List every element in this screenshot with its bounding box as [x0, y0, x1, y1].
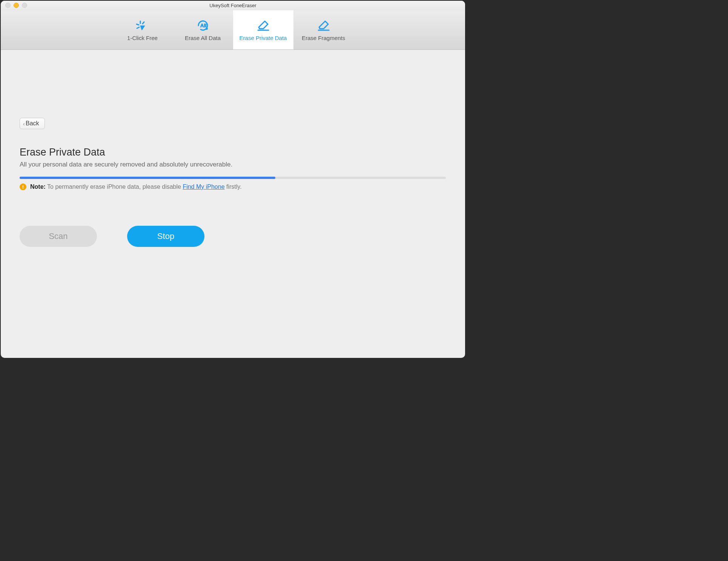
- warning-icon: !: [20, 183, 26, 190]
- app-window: UkeySoft FoneEraser 1-Click Free All: [1, 1, 465, 358]
- note-body-after: firstly.: [225, 183, 242, 190]
- window-title: UkeySoft FoneEraser: [1, 3, 465, 8]
- maximize-window-button[interactable]: [22, 3, 27, 8]
- note-prefix: Note:: [30, 183, 46, 190]
- toolbar: 1-Click Free All Erase All Data Erase Pr…: [1, 10, 465, 50]
- click-icon: [134, 19, 151, 32]
- tab-erase-private-data[interactable]: Erase Private Data: [233, 10, 293, 49]
- window-controls: [1, 3, 27, 8]
- close-window-button[interactable]: [5, 3, 11, 8]
- svg-line-2: [143, 22, 144, 24]
- tab-label: 1-Click Free: [127, 35, 158, 41]
- page-subtitle: All your personal data are securely remo…: [20, 161, 232, 168]
- progress-fill: [20, 177, 275, 179]
- svg-line-1: [137, 24, 139, 25]
- tab-erase-all-data[interactable]: All Erase All Data: [173, 10, 233, 49]
- note-body-before: To permanently erase iPhone data, please…: [46, 183, 183, 190]
- back-button[interactable]: ‹ Back: [20, 118, 45, 129]
- stop-button[interactable]: Stop: [127, 226, 204, 247]
- tab-label: Erase All Data: [185, 35, 221, 41]
- progress-bar: [20, 177, 446, 179]
- eraser-private-icon: [255, 19, 272, 32]
- find-my-iphone-link[interactable]: Find My iPhone: [183, 183, 224, 190]
- back-label: Back: [26, 120, 39, 127]
- minimize-window-button[interactable]: [14, 3, 19, 8]
- eraser-fragments-icon: [315, 19, 332, 32]
- svg-point-5: [206, 28, 207, 29]
- svg-text:All: All: [200, 23, 207, 28]
- svg-line-3: [137, 27, 139, 28]
- note-text: Note: To permanently erase iPhone data, …: [30, 183, 242, 190]
- erase-all-icon: All: [195, 19, 211, 32]
- button-row: Scan Stop: [20, 226, 204, 247]
- note-row: ! Note: To permanently erase iPhone data…: [20, 183, 242, 190]
- chevron-left-icon: ‹: [23, 120, 25, 127]
- tab-label: Erase Fragments: [302, 35, 345, 41]
- tab-erase-fragments[interactable]: Erase Fragments: [293, 10, 354, 49]
- tab-label: Erase Private Data: [240, 35, 287, 41]
- tab-1-click-free[interactable]: 1-Click Free: [112, 10, 173, 49]
- titlebar: UkeySoft FoneEraser: [1, 1, 465, 10]
- page-title: Erase Private Data: [20, 146, 105, 158]
- scan-button[interactable]: Scan: [20, 226, 97, 247]
